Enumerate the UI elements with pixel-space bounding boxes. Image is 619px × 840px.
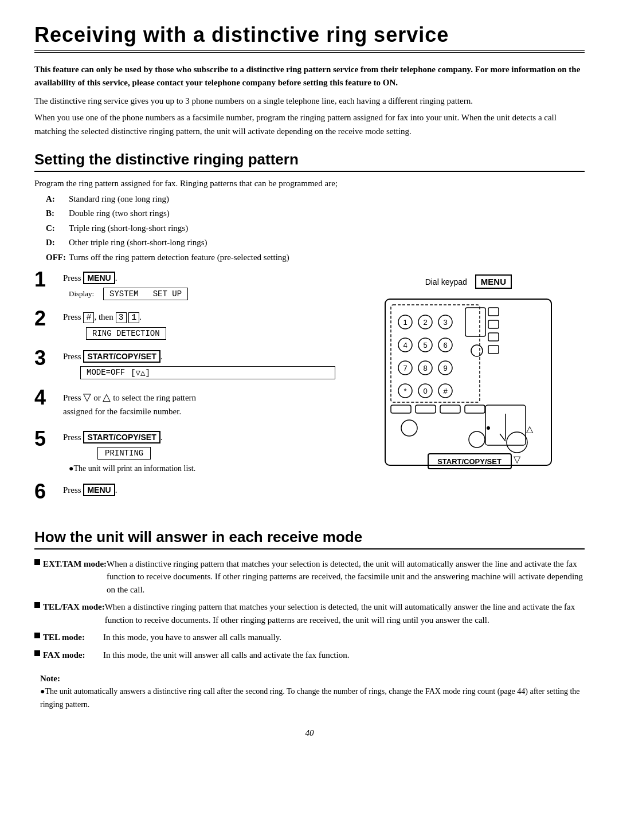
step-1: 1 Press MENU. Display: SYSTEM SET UP (34, 272, 335, 300)
mode-key-tel-label: TEL mode: (43, 631, 85, 644)
step-1-text: Press MENU. (63, 272, 335, 285)
list-item: B: Double ring (two short rings) (46, 206, 585, 221)
svg-point-42 (469, 431, 485, 448)
square-icon-ext-tam (34, 559, 40, 565)
menu-diagram-label: MENU (475, 274, 512, 289)
arrows-3: [▽△] (131, 368, 150, 378)
key-1: 1 (128, 312, 139, 323)
step-6-number: 6 (34, 481, 63, 502)
start-copy-set-button-3: START/COPY/SET (83, 350, 160, 363)
step-4: 4 Press ▽ or △ to select the ring patter… (34, 390, 335, 421)
step-6-content: Press MENU. (63, 484, 335, 500)
step-4-text: Press ▽ or △ to select the ring patterna… (63, 390, 335, 418)
svg-text:START/COPY/SET: START/COPY/SET (437, 457, 502, 466)
svg-point-31 (471, 345, 483, 356)
diagram-column: Dial keypad MENU 1 2 3 4 5 6 (352, 272, 585, 512)
mode-value-tel: In this mode, you have to answer all cal… (103, 631, 585, 644)
svg-text:7: 7 (403, 364, 408, 372)
step-1-content: Press MENU. Display: SYSTEM SET UP (63, 272, 335, 300)
dial-keypad-label: Dial keypad (425, 277, 467, 286)
mode-item-tel: TEL mode: In this mode, you have to answ… (34, 631, 585, 644)
mode-key-fax-label: FAX mode: (43, 649, 85, 662)
step-2: 2 Press #, then 3 1. RING DETECTION (34, 311, 335, 340)
svg-point-40 (487, 426, 490, 430)
mode-display-3: MODE=OFF [▽△] (80, 366, 335, 379)
steps-and-diagram-container: 1 Press MENU. Display: SYSTEM SET UP 2 P… (34, 272, 585, 512)
pattern-desc-d: Other triple ring (short-short-long ring… (69, 235, 207, 250)
svg-text:#: # (444, 387, 448, 395)
list-item: OFF: Turns off the ring pattern detectio… (46, 250, 585, 265)
mode-key-ext-tam-label: EXT.TAM mode: (43, 558, 107, 571)
svg-point-36 (401, 420, 417, 436)
mode-value-ext-tam: When a distinctive ringing pattern that … (107, 558, 585, 596)
step-4-content: Press ▽ or △ to select the ring patterna… (63, 390, 335, 421)
display-value-2: RING DETECTION (86, 327, 166, 340)
list-item: C: Triple ring (short-long-short rings) (46, 221, 585, 236)
step-3: 3 Press START/COPY/SET. MODE=OFF [▽△] (34, 350, 335, 379)
svg-rect-28 (488, 333, 499, 341)
mode-value-tel-fax: When a distinctive ringing pattern that … (105, 600, 585, 626)
step-2-content: Press #, then 3 1. RING DETECTION (63, 311, 335, 340)
pattern-list: A: Standard ring (one long ring) B: Doub… (46, 192, 585, 265)
page-number: 40 (34, 728, 585, 738)
pattern-desc-off: Turns off the ring pattern detection fea… (69, 250, 289, 265)
step-1-number: 1 (34, 269, 63, 290)
pattern-desc-a: Standard ring (one long ring) (69, 192, 169, 207)
svg-rect-29 (488, 346, 499, 354)
list-item: D: Other triple ring (short-short-long r… (46, 235, 585, 250)
svg-text:5: 5 (424, 341, 428, 350)
pattern-key-b: B: (46, 206, 69, 221)
note-section: Note: ●The unit automatically answers a … (34, 672, 585, 711)
step-3-number: 3 (34, 348, 63, 368)
mode-list: EXT.TAM mode: When a distinctive ringing… (34, 558, 585, 662)
key-3: 3 (116, 312, 127, 323)
step-2-number: 2 (34, 308, 63, 329)
square-icon-tel-fax (34, 602, 40, 608)
svg-rect-35 (465, 405, 485, 413)
svg-rect-30 (465, 308, 485, 336)
section1-heading: Setting the distinctive ringing pattern (34, 151, 585, 172)
display-value-5: PRINTING (97, 447, 151, 460)
mode-key-tel-fax-label: TEL/FAX mode: (43, 600, 105, 614)
step-4-number: 4 (34, 387, 63, 408)
mode-value-fax: In this mode, the unit will answer all c… (103, 649, 585, 662)
mode-key-fax: FAX mode: (34, 649, 103, 662)
svg-text:1: 1 (403, 318, 408, 327)
mode-item-tel-fax: TEL/FAX mode: When a distinctive ringing… (34, 600, 585, 626)
svg-text:8: 8 (424, 364, 428, 372)
mode-key-tel-fax: TEL/FAX mode: (34, 600, 105, 626)
mode-key-ext-tam: EXT.TAM mode: (34, 558, 107, 596)
pattern-desc-c: Triple ring (short-long-short rings) (69, 221, 188, 236)
svg-text:*: * (404, 387, 407, 395)
menu-button-6: MENU (83, 484, 115, 496)
up-arrow-4: △ (103, 391, 111, 403)
svg-text:9: 9 (444, 364, 448, 372)
step-5-note: ●The unit will print an information list… (69, 464, 335, 473)
pattern-key-d: D: (46, 235, 69, 250)
intro-normal-2: When you use one of the phone numbers as… (34, 111, 585, 138)
svg-line-39 (500, 434, 506, 441)
start-copy-set-button-5: START/COPY/SET (83, 431, 160, 443)
svg-rect-26 (488, 308, 499, 316)
mode-key-tel: TEL mode: (34, 631, 103, 644)
step-5-content: Press START/COPY/SET. PRINTING ●The unit… (63, 431, 335, 473)
fax-diagram: 1 2 3 4 5 6 7 8 9 * 0 # (382, 293, 554, 488)
svg-text:0: 0 (424, 387, 428, 395)
square-icon-fax (34, 650, 40, 656)
hash-key: # (83, 312, 94, 323)
pattern-key-c: C: (46, 221, 69, 236)
note-title: Note: (40, 672, 585, 685)
step-6-text: Press MENU. (63, 484, 335, 497)
step-6: 6 Press MENU. (34, 484, 335, 502)
svg-rect-27 (488, 320, 499, 328)
svg-text:▽: ▽ (514, 454, 521, 464)
svg-rect-33 (416, 405, 436, 413)
svg-text:2: 2 (424, 318, 428, 327)
svg-text:△: △ (526, 424, 534, 434)
svg-text:6: 6 (444, 341, 448, 350)
intro-normal-1: The distinctive ring service gives you u… (34, 95, 585, 108)
step-5-number: 5 (34, 429, 63, 449)
svg-point-41 (507, 432, 527, 453)
steps-column: 1 Press MENU. Display: SYSTEM SET UP 2 P… (34, 272, 335, 512)
pattern-intro: Program the ring pattern assigned for fa… (34, 179, 585, 189)
